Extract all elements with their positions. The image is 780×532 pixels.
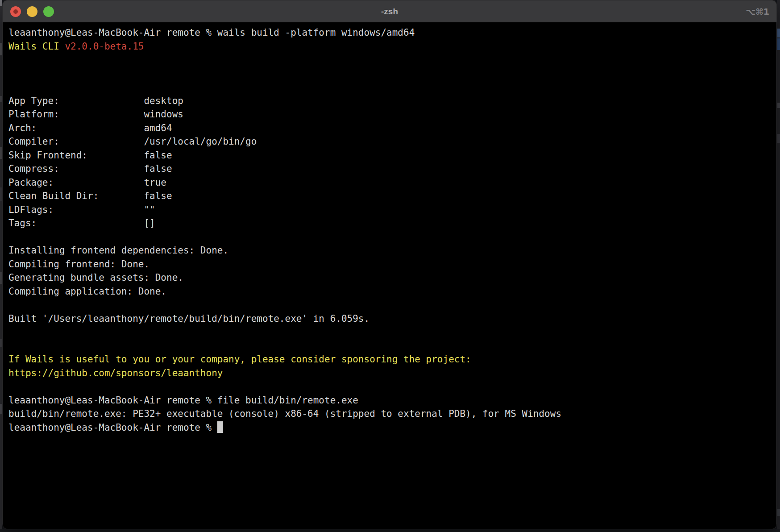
tab-shortcut-badge: ⌥⌘1 [746,0,769,23]
terminal-screen[interactable]: leaanthony@Leas-MacBook-Air remote % wai… [3,23,776,529]
terminal-line: Platform: windows [8,108,776,121]
terminal-line: Wails CLI v2.0.0-beta.15 [8,40,776,54]
text-cursor [217,421,223,433]
terminal-line: Generating bundle assets: Done. [8,271,776,285]
terminal-line: LDFlags: "" [8,203,776,217]
terminal-line [8,298,776,312]
terminal-line [8,67,776,81]
terminal-line [8,53,776,67]
terminal-line [8,80,776,94]
terminal-line [8,325,776,339]
title-bar[interactable]: -zsh ⌥⌘1 [3,0,776,23]
terminal-line: Compiling frontend: Done. [8,258,776,271]
terminal-line: Installing frontend dependencies: Done. [8,244,776,258]
terminal-window: -zsh ⌥⌘1 leaanthony@Leas-MacBook-Air rem… [2,0,777,529]
desktop-background-strip [0,529,780,532]
terminal-line [8,230,776,244]
terminal-line: build/bin/remote.exe: PE32+ executable (… [8,407,776,421]
terminal-line [8,380,776,394]
terminal-line: Compress: false [8,162,776,176]
terminal-line: Package: true [8,176,776,190]
terminal-line: Clean Build Dir: false [8,189,776,203]
terminal-line: https://github.com/sponsors/leaanthony [8,366,776,380]
terminal-line: App Type: desktop [8,94,776,108]
terminal-line: Arch: amd64 [8,121,776,135]
terminal-line [8,339,776,353]
terminal-line: If Wails is useful to you or your compan… [8,353,776,366]
terminal-line: leaanthony@Leas-MacBook-Air remote % fil… [8,394,776,407]
terminal-line: Compiler: /usr/local/go/bin/go [8,135,776,149]
window-title: -zsh [3,0,776,23]
terminal-line: Tags: [] [8,216,776,230]
background-window-sliver-right [777,0,780,532]
terminal-line: leaanthony@Leas-MacBook-Air remote % [8,421,776,435]
terminal-line: Compiling application: Done. [8,285,776,299]
terminal-line: leaanthony@Leas-MacBook-Air remote % wai… [8,26,776,40]
terminal-line: Built '/Users/leaanthony/remote/build/bi… [8,312,776,326]
terminal-line: Skip Frontend: false [8,149,776,162]
